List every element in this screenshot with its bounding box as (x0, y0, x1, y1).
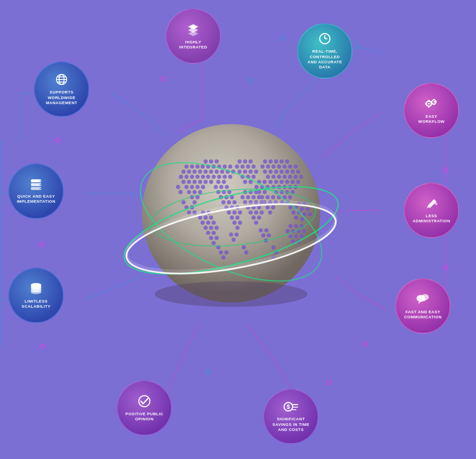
svg-point-147 (251, 215, 256, 220)
svg-rect-294 (434, 101, 436, 102)
svg-point-249 (181, 200, 186, 204)
bubble-label-savings: SIGNIFICANT SAVINGS IN TIME AND COSTS (272, 416, 309, 432)
svg-point-37 (190, 164, 194, 169)
svg-point-254 (259, 228, 263, 232)
svg-point-65 (248, 159, 253, 164)
checkmark-icon (138, 394, 151, 410)
svg-line-20 (166, 357, 183, 395)
svg-point-174 (294, 234, 298, 238)
svg-point-16 (39, 242, 43, 246)
svg-point-198 (232, 200, 237, 204)
pencil-icon (425, 197, 438, 212)
bubble-label-real-time: REAL-TIME, CONTROLLED AND ACCURATE DATA (307, 49, 342, 70)
svg-point-63 (237, 159, 242, 164)
globe-icon (55, 73, 68, 88)
svg-point-169 (285, 229, 290, 233)
svg-point-42 (198, 170, 202, 174)
svg-point-26 (327, 380, 331, 385)
svg-point-90 (293, 164, 298, 169)
svg-point-237 (214, 170, 219, 174)
svg-point-129 (294, 215, 298, 220)
svg-point-190 (216, 190, 220, 194)
svg-point-223 (265, 205, 270, 210)
svg-point-69 (251, 164, 256, 169)
bubble-fast-communication: FAST AND EASY COMMUNICATION (395, 278, 451, 334)
svg-point-59 (198, 190, 202, 194)
svg-point-83 (285, 159, 289, 164)
svg-point-155 (200, 221, 205, 225)
svg-point-160 (214, 226, 219, 230)
svg-point-267 (244, 250, 248, 255)
svg-point-102 (288, 175, 292, 179)
svg-point-235 (203, 170, 208, 174)
svg-point-32 (444, 266, 448, 270)
svg-point-207 (232, 221, 237, 225)
svg-point-256 (261, 233, 265, 238)
svg-point-312 (40, 188, 41, 189)
svg-point-127 (291, 210, 296, 215)
bubble-label-scalability: LIMITLESS SCALABILITY (22, 299, 51, 309)
svg-point-51 (198, 180, 202, 184)
svg-point-244 (223, 175, 227, 179)
bubble-worldwide: SUPPORTS WORLDWIDE MANAGEMENT (34, 62, 89, 117)
svg-point-202 (227, 210, 231, 215)
svg-point-23 (206, 370, 210, 374)
svg-point-117 (279, 190, 284, 194)
svg-point-310 (40, 184, 41, 185)
svg-point-217 (260, 195, 264, 199)
svg-point-107 (279, 180, 284, 184)
svg-point-10 (363, 342, 367, 346)
svg-point-133 (240, 195, 245, 199)
svg-point-259 (229, 232, 233, 237)
svg-point-167 (294, 224, 298, 228)
svg-line-33 (358, 47, 382, 53)
svg-point-159 (209, 226, 213, 230)
svg-point-165 (211, 241, 216, 245)
svg-point-100 (277, 175, 281, 179)
svg-point-184 (300, 217, 304, 221)
svg-point-216 (262, 190, 267, 194)
svg-point-103 (293, 175, 298, 179)
svg-point-43 (179, 175, 183, 179)
svg-point-164 (214, 236, 219, 240)
bubble-positive-opinion: POSITIVE PUBLIC OPINION (117, 380, 172, 436)
svg-point-28 (248, 79, 253, 83)
svg-point-243 (217, 175, 221, 179)
svg-point-58 (192, 190, 197, 194)
svg-point-219 (271, 195, 275, 199)
svg-rect-292 (433, 104, 435, 105)
svg-point-172 (302, 229, 306, 233)
svg-point-41 (192, 170, 197, 174)
svg-point-27 (161, 76, 166, 81)
svg-text:$: $ (287, 403, 290, 410)
svg-point-173 (288, 234, 293, 238)
svg-point-104 (299, 175, 303, 179)
svg-point-94 (279, 170, 284, 174)
svg-point-98 (266, 175, 270, 179)
svg-point-158 (203, 226, 208, 230)
svg-point-189 (225, 185, 229, 189)
svg-point-109 (290, 180, 295, 184)
svg-point-319 (31, 291, 41, 294)
svg-rect-307 (31, 179, 41, 182)
svg-point-29 (280, 36, 284, 40)
svg-point-225 (268, 210, 272, 215)
svg-point-284 (428, 103, 430, 105)
svg-point-166 (288, 224, 293, 228)
svg-point-204 (238, 210, 242, 215)
svg-point-47 (201, 175, 205, 179)
svg-point-212 (254, 185, 259, 189)
svg-point-234 (228, 164, 232, 169)
svg-point-206 (235, 215, 239, 220)
svg-point-265 (221, 255, 225, 260)
svg-point-13 (55, 138, 59, 142)
bubble-label-workflow: EASY WORKFLOW (418, 114, 445, 125)
svg-point-268 (271, 245, 276, 249)
svg-point-99 (271, 175, 276, 179)
svg-point-106 (274, 180, 278, 184)
svg-point-89 (288, 164, 292, 169)
svg-point-238 (220, 170, 224, 174)
bubble-scalability: LIMITLESS SCALABILITY (8, 268, 64, 323)
svg-point-105 (268, 180, 273, 184)
svg-point-242 (211, 175, 216, 179)
